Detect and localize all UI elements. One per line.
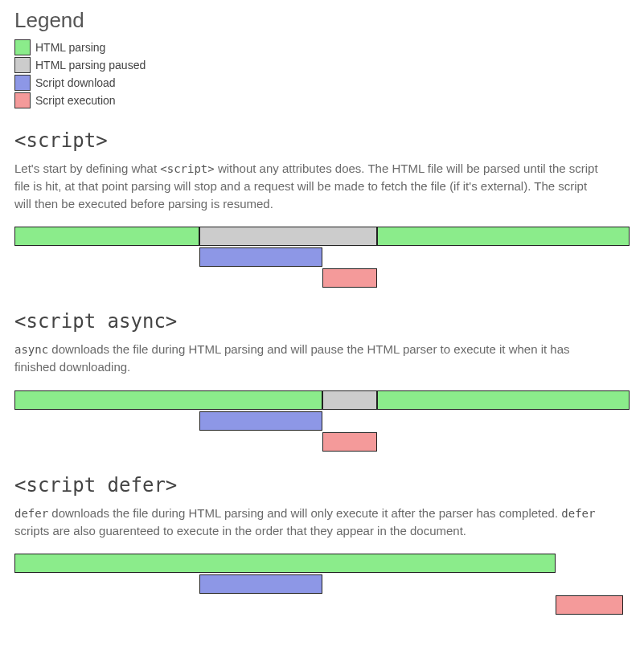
timeline-track bbox=[14, 268, 630, 289]
legend-title: Legend bbox=[14, 8, 630, 33]
swatch-icon bbox=[14, 92, 31, 108]
timeline-segment bbox=[556, 595, 623, 615]
timeline-segment bbox=[199, 574, 322, 594]
timeline-segment bbox=[322, 268, 378, 288]
swatch-icon bbox=[14, 75, 31, 91]
timeline-defer bbox=[14, 554, 630, 616]
code-inline: <script> bbox=[160, 162, 214, 175]
timeline-track bbox=[14, 554, 630, 574]
timeline-segment bbox=[14, 554, 556, 573]
timeline-segment bbox=[322, 390, 378, 410]
timeline-segment bbox=[377, 390, 630, 410]
timeline-async bbox=[14, 390, 630, 453]
section-desc: Let's start by defining what <script> wi… bbox=[14, 160, 601, 212]
timeline-segment bbox=[14, 227, 199, 246]
timeline-track bbox=[14, 227, 630, 247]
timeline-track bbox=[14, 247, 630, 268]
legend-item: HTML parsing bbox=[14, 39, 630, 55]
section-title-script: <script> bbox=[14, 129, 630, 152]
section-title-defer: <script defer> bbox=[14, 474, 630, 497]
timeline-track bbox=[14, 595, 630, 616]
legend-item: Script execution bbox=[14, 92, 630, 108]
legend-item: HTML parsing paused bbox=[14, 57, 630, 73]
legend-label: HTML parsing bbox=[35, 41, 105, 54]
timeline-segment bbox=[199, 227, 378, 246]
section-desc: async downloads the file during HTML par… bbox=[14, 341, 601, 376]
timeline-track bbox=[14, 411, 630, 432]
swatch-icon bbox=[14, 57, 31, 73]
timeline-segment bbox=[199, 411, 322, 431]
legend-item: Script download bbox=[14, 75, 630, 91]
legend-label: Script execution bbox=[35, 94, 116, 107]
timeline-segment bbox=[377, 227, 630, 246]
swatch-icon bbox=[14, 39, 31, 55]
timeline-track bbox=[14, 432, 630, 453]
timeline-segment bbox=[322, 432, 378, 452]
code-inline: defer bbox=[561, 507, 595, 520]
code-inline: defer bbox=[14, 507, 48, 520]
timeline-track bbox=[14, 574, 630, 595]
legend-label: HTML parsing paused bbox=[35, 59, 146, 72]
section-desc: defer downloads the file during HTML par… bbox=[14, 505, 601, 540]
legend-block: HTML parsing HTML parsing paused Script … bbox=[14, 39, 630, 108]
timeline-script bbox=[14, 227, 630, 289]
code-inline: async bbox=[14, 343, 48, 356]
section-title-async: <script async> bbox=[14, 310, 630, 333]
timeline-track bbox=[14, 390, 630, 411]
legend-label: Script download bbox=[35, 76, 116, 89]
timeline-segment bbox=[14, 390, 322, 410]
timeline-segment bbox=[199, 247, 322, 267]
